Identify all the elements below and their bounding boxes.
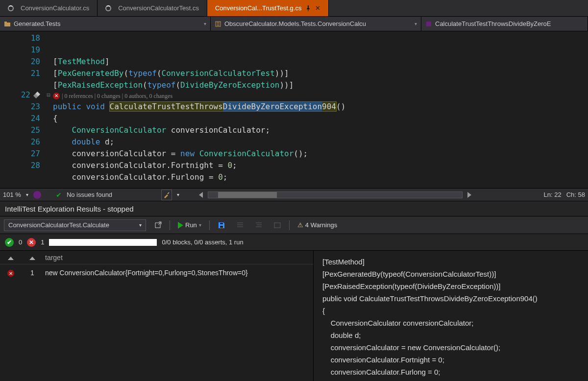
detail-line: conversionCalculator.StonesThrow = 0; [322,378,579,381]
detail-line: ConversionCalculator conversionCalculato… [322,317,579,329]
nav-project-label: Generated.Tests [14,20,60,27]
document-tab-bar: ConversionCalculator.cs ConversionCalcul… [0,0,588,17]
run-label: Run [185,221,197,229]
row-target: new ConversionCalculator{Fortnight=0,Fur… [43,269,313,277]
run-button[interactable]: Run ▾ [175,219,204,231]
chevron-down-icon: ▾ [139,222,142,228]
svg-rect-7 [274,223,280,228]
fold-toggle[interactable]: ⊟ [44,89,53,101]
chevron-down-icon: ▾ [204,21,206,26]
results-header: target [0,251,313,264]
warnings-indicator[interactable]: ⚠ 4 Warnings [294,219,340,231]
line-number: 26 [0,136,40,148]
zoom-level[interactable]: 101 % [3,191,21,198]
bug-icon: ✕ [7,270,14,277]
line-number: 19 [0,44,40,56]
zoom-chevron-icon[interactable]: ▾ [26,192,28,197]
result-row[interactable]: ✕ 1 new ConversionCalculator{Fortnight=0… [0,264,313,281]
cursor-line: Ln: 22 [544,191,562,198]
nav-namespace-dropdown[interactable]: ObscureCalculator.Models.Tests.Conversio… [211,17,421,31]
detail-line: double d; [322,329,579,341]
exploration-target-dropdown[interactable]: ConversionCalculatorTest.Calculate ▾ [4,219,146,231]
save-icon [218,221,225,229]
line-number: 18 [0,32,40,44]
toolbar-button-3[interactable] [270,219,284,231]
pin-icon[interactable] [305,5,311,11]
tab-conversioncalculator[interactable]: ConversionCalculator.cs [0,0,98,16]
intellisense-icon[interactable] [33,191,41,199]
coverage-progress [49,239,157,246]
detail-line: [TestMethod] [322,256,579,268]
error-badge-icon: ✕ [53,93,60,99]
detail-line: conversionCalculator = new ConversionCal… [322,341,579,354]
detail-line: { [322,305,579,317]
codelens-text: | 0 references | 0 changes | 0 authors, … [62,91,172,101]
code-editor[interactable]: 18 19 20 21 22 23 24 25 26 27 28 ⊟ [Test… [0,31,588,188]
intellitest-results: target ✕ 1 new ConversionCalculator{Fort… [0,251,588,381]
line-number: 28 [0,160,40,171]
chevron-down-icon: ▾ [415,21,417,26]
coverage-text: 0/0 blocks, 0/0 asserts, 1 run [162,238,243,246]
svg-rect-6 [220,223,223,224]
close-icon[interactable]: ✕ [315,4,320,12]
nav-project-dropdown[interactable]: Generated.Tests ▾ [0,17,211,31]
class-icon [215,21,221,27]
detail-line: [PexGeneratedBy(typeof(ConversionCalcula… [322,268,579,280]
result-detail-code: [TestMethod] [PexGeneratedBy(typeof(Conv… [314,251,588,381]
svg-rect-3 [426,22,431,26]
detail-line: conversionCalculator.Furlong = 0; [322,366,579,378]
chevron-down-icon: ▾ [199,222,201,228]
detail-line: conversionCalculator.Fortnight = 0; [322,354,579,366]
line-number: 21 [0,68,40,79]
fold-column: ⊟ [44,31,53,188]
intellitest-toolbar: ConversionCalculatorTest.Calculate ▾ Run… [0,216,588,234]
line-number: 25 [0,124,40,136]
line-number: 27 [0,148,40,160]
detail-line: public void CalculateTrustTestThrowsDivi… [322,292,579,305]
intellitest-summary: ✔ 0 ✕ 1 0/0 blocks, 0/0 asserts, 1 run [0,234,588,251]
panel-title-text: IntelliTest Exploration Results - stoppe… [5,205,134,213]
tab-conversioncalculatortest[interactable]: ConversionCalculatorTest.cs [98,0,207,16]
warnings-text: 4 Warnings [305,221,337,229]
nav-namespace-label: ObscureCalculator.Models.Tests.Conversio… [224,20,366,27]
pass-icon: ✔ [5,238,14,247]
dropdown-label: ConversionCalculatorTest.Calculate [8,221,109,229]
tab-trusttest-generated[interactable]: ConversionCal...TrustTest.g.cs ✕ [207,0,329,16]
sort-icon[interactable] [8,257,14,260]
horizontal-scrollbar[interactable] [208,191,463,198]
sort-icon[interactable] [29,257,35,260]
method-icon [425,21,432,27]
new-window-button[interactable] [151,219,165,231]
toolbar-button-2[interactable] [252,219,266,231]
save-button[interactable] [215,219,228,231]
line-number-gutter: 18 19 20 21 22 23 24 25 26 27 28 [0,31,44,188]
line-number: 23 [0,101,40,113]
intellitest-panel-title: IntelliTest Exploration Results - stoppe… [0,201,588,216]
cursor-char: Ch: 58 [566,191,585,198]
svg-rect-0 [4,23,10,26]
line-number: 20 [0,56,40,68]
toolbar-button-1[interactable] [233,219,247,231]
fail-icon: ✕ [27,238,36,247]
col-target-header[interactable]: target [43,254,313,262]
folder-icon [4,21,11,27]
play-icon [178,222,183,229]
tab-label: ConversionCal...TrustTest.g.cs [215,4,302,12]
detail-line: [PexRaisedException(typeof(DivideByZeroE… [322,280,579,292]
row-index: 1 [22,269,43,277]
pass-count: 0 [19,238,22,246]
method-name-highlight: CalculateTrustTestThrowsDivideByZeroExce… [110,102,336,111]
nav-member-dropdown[interactable]: CalculateTrustTestThrowsDivideByZeroE [421,17,588,31]
tab-label: ConversionCalculator.cs [21,4,89,12]
scroll-right-icon[interactable] [467,192,471,198]
results-table: target ✕ 1 new ConversionCalculator{Fort… [0,251,314,381]
fail-count: 1 [41,238,44,246]
codelens-row[interactable]: ✕| 0 references | 0 changes | 0 authors,… [53,91,345,101]
line-number: 24 [0,113,40,124]
navigation-bar: Generated.Tests ▾ ObscureCalculator.Mode… [0,17,588,31]
line-number: 22 [0,89,40,101]
code-content[interactable]: [TestMethod] [PexGeneratedBy(typeof(Conv… [53,31,345,188]
nav-member-label: CalculateTrustTestThrowsDivideByZeroE [435,20,551,27]
warning-icon: ⚠ [297,221,303,229]
tab-label: ConversionCalculatorTest.cs [118,4,199,12]
